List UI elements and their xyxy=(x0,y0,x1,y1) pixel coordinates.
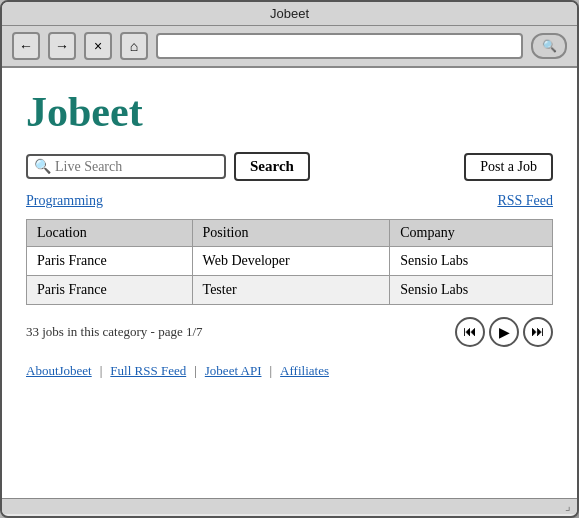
rss-link[interactable]: RSS Feed xyxy=(497,193,553,209)
forward-button[interactable]: → xyxy=(48,32,76,60)
play-button[interactable]: ▶ xyxy=(489,317,519,347)
prev-page-button[interactable]: ⏮ xyxy=(455,317,485,347)
table-cell: Sensio Labs xyxy=(390,247,553,276)
url-bar[interactable] xyxy=(156,33,523,59)
footer-separator: | xyxy=(194,363,197,379)
footer-separator: | xyxy=(100,363,103,379)
close-button[interactable]: × xyxy=(84,32,112,60)
search-input-wrapper: 🔍 xyxy=(26,154,226,179)
search-button[interactable]: Search xyxy=(234,152,310,181)
footer-link-full-rss-feed[interactable]: Full RSS Feed xyxy=(110,363,186,379)
pagination-row: 33 jobs in this category - page 1/7 ⏮ ▶ … xyxy=(26,317,553,347)
site-title: Jobeet xyxy=(26,88,553,136)
forward-icon: → xyxy=(55,38,69,54)
search-left: 🔍 Search xyxy=(26,152,310,181)
browser-search-icon: 🔍 xyxy=(542,39,557,54)
back-button[interactable]: ← xyxy=(12,32,40,60)
table-header-row: Location Position Company xyxy=(27,220,553,247)
pagination-buttons: ⏮ ▶ ⏭ xyxy=(455,317,553,347)
table-cell: Tester xyxy=(192,276,390,305)
footer-link-aboutjobeet[interactable]: AboutJobeet xyxy=(26,363,92,379)
footer-link-jobeet-api[interactable]: Jobeet API xyxy=(205,363,262,379)
search-row: 🔍 Search Post a Job xyxy=(26,152,553,181)
footer-separator: | xyxy=(270,363,273,379)
footer-link-affiliates[interactable]: Affiliates xyxy=(280,363,329,379)
footer-links: AboutJobeet | Full RSS Feed | Jobeet API… xyxy=(26,363,553,379)
post-job-button[interactable]: Post a Job xyxy=(464,153,553,181)
table-cell: Paris France xyxy=(27,276,193,305)
table-row[interactable]: Paris FranceWeb DeveloperSensio Labs xyxy=(27,247,553,276)
next-icon: ⏭ xyxy=(531,324,545,340)
category-link[interactable]: Programming xyxy=(26,193,103,209)
browser-titlebar: Jobeet xyxy=(2,2,577,26)
pagination-text: 33 jobs in this category - page 1/7 xyxy=(26,324,203,340)
back-icon: ← xyxy=(19,38,33,54)
table-cell: Sensio Labs xyxy=(390,276,553,305)
prev-icon: ⏮ xyxy=(463,324,477,340)
col-position: Position xyxy=(192,220,390,247)
table-cell: Web Developer xyxy=(192,247,390,276)
search-icon: 🔍 xyxy=(34,158,51,175)
browser-window: Jobeet ← → × ⌂ 🔍 Jobeet 🔍 xyxy=(0,0,579,518)
browser-statusbar: ⌟ xyxy=(2,498,577,514)
browser-search-button[interactable]: 🔍 xyxy=(531,33,567,59)
links-row: Programming RSS Feed xyxy=(26,193,553,209)
browser-toolbar: ← → × ⌂ 🔍 xyxy=(2,26,577,68)
browser-content: Jobeet 🔍 Search Post a Job Programming R… xyxy=(2,68,577,498)
next-page-button[interactable]: ⏭ xyxy=(523,317,553,347)
browser-title: Jobeet xyxy=(270,6,309,21)
table-cell: Paris France xyxy=(27,247,193,276)
home-button[interactable]: ⌂ xyxy=(120,32,148,60)
col-company: Company xyxy=(390,220,553,247)
resize-handle: ⌟ xyxy=(565,499,571,514)
search-input[interactable] xyxy=(55,159,205,175)
col-location: Location xyxy=(27,220,193,247)
table-row[interactable]: Paris FranceTesterSensio Labs xyxy=(27,276,553,305)
jobs-table: Location Position Company Paris FranceWe… xyxy=(26,219,553,305)
play-icon: ▶ xyxy=(499,324,510,341)
close-icon: × xyxy=(94,38,102,54)
home-icon: ⌂ xyxy=(130,38,138,54)
